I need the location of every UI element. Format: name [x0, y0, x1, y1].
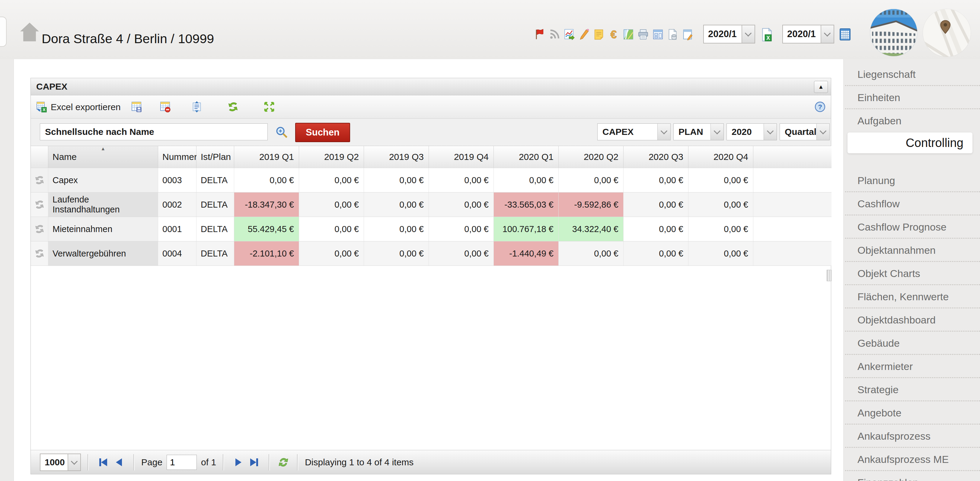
pencil-icon[interactable] [578, 29, 590, 40]
previous-page-button[interactable] [111, 456, 127, 469]
excel-export-label[interactable]: Excel exportieren [51, 102, 121, 112]
cell-value: 0,00 € [558, 241, 624, 265]
panel-collapse-button[interactable]: ▲ [814, 81, 828, 93]
sidebar-item-cashflow[interactable]: Cashflow [845, 192, 980, 216]
column-header-2019q1[interactable]: 2019 Q1 [234, 146, 299, 168]
cell-value: 0,00 € [429, 217, 494, 241]
first-page-button[interactable] [95, 456, 111, 469]
sidebar-item-objektdashboard[interactable]: Objektdashboard [845, 308, 980, 332]
page-size-dropdown-button[interactable] [68, 454, 80, 470]
sidebar-item-finanzzahlen[interactable]: Finanzzahlen [845, 471, 980, 481]
column-header-2019q2[interactable]: 2019 Q2 [299, 146, 364, 168]
last-page-button[interactable] [246, 456, 262, 469]
column-header-name[interactable]: ▲ Name [48, 146, 158, 168]
panel-title: CAPEX [31, 81, 67, 92]
chevron-down-icon [714, 128, 721, 135]
page-size-value: 1000 [40, 454, 68, 470]
period-select-2[interactable]: 2020/1 [782, 25, 834, 43]
sidebar-item-flaechen-kennwerte[interactable]: Flächen, Kennwerte [845, 285, 980, 308]
filter-interval-dropdown-button[interactable] [816, 124, 829, 140]
map-thumbnail[interactable] [923, 9, 970, 57]
sidebar-item-liegenschaft[interactable]: Liegenschaft [845, 63, 980, 86]
document-database-icon[interactable] [667, 29, 679, 40]
table-save-icon[interactable] [130, 101, 142, 113]
filter-select-plan[interactable]: PLAN [673, 124, 724, 140]
map-icon[interactable] [622, 29, 635, 40]
euro-icon[interactable]: € [608, 29, 620, 40]
filter-year-dropdown-button[interactable] [764, 124, 776, 140]
excel-export-icon[interactable]: X [36, 101, 48, 113]
column-header-2020q2[interactable]: 2020 Q2 [558, 146, 624, 168]
cell-value: 0,00 € [429, 241, 494, 265]
transfer-icon[interactable] [227, 101, 239, 113]
sidebar-item-angebote[interactable]: Angebote [845, 401, 980, 425]
sidebar-item-gebaeude[interactable]: Gebäude [845, 332, 980, 355]
column-header-2019q3[interactable]: 2019 Q3 [364, 146, 429, 168]
note-icon[interactable] [593, 29, 605, 40]
sidebar-item-aufgaben[interactable]: Aufgaben [845, 109, 980, 132]
report-icon[interactable] [652, 29, 664, 40]
divider [297, 454, 298, 470]
sort-rows-icon[interactable] [191, 101, 203, 113]
row-transfer-icon[interactable] [33, 175, 46, 186]
sidebar-item-planung[interactable]: Planung [845, 169, 980, 192]
column-header-filler [753, 146, 832, 168]
filter-select-capex[interactable]: CAPEX [597, 124, 671, 140]
column-header-2020q3[interactable]: 2020 Q3 [624, 146, 689, 168]
filter-capex-dropdown-button[interactable] [657, 124, 670, 140]
notepad-edit-icon[interactable] [681, 29, 694, 40]
collapsed-panel-tab[interactable] [0, 17, 6, 47]
sidebar-item-strategie[interactable]: Strategie [845, 378, 980, 401]
sidebar-item-einheiten[interactable]: Einheiten [845, 86, 980, 109]
column-header-actions [31, 146, 48, 168]
sidebar-item-ankaufsprozess-me[interactable]: Ankaufsprozess ME [845, 448, 980, 471]
sidebar-item-ankermieter[interactable]: Ankermieter [845, 355, 980, 378]
next-page-button[interactable] [231, 456, 246, 469]
sidebar-item-objektannahmen[interactable]: Objektannahmen [845, 239, 980, 262]
table-remove-icon[interactable] [159, 101, 171, 113]
sidebar-item-cashflow-prognose[interactable]: Cashflow Prognose [845, 216, 980, 239]
table-body: Capex 0003 DELTA 0,00 € 0,00 € 0,00 € 0,… [31, 168, 831, 266]
expand-icon[interactable] [263, 101, 275, 113]
cell-name: Capex [48, 168, 158, 192]
home-up-icon[interactable] [18, 20, 41, 44]
chart-export-icon[interactable] [563, 29, 575, 40]
search-button[interactable]: Suchen [295, 123, 350, 142]
period-select-2-dropdown-button[interactable] [821, 25, 834, 43]
table-row: Verwaltergebühren 0004 DELTA -2.101,10 €… [31, 241, 832, 266]
column-header-2019q4[interactable]: 2019 Q4 [429, 146, 494, 168]
top-header-bar: Dora Straße 4 / Berlin / 10999 [0, 0, 980, 59]
printer-icon[interactable] [637, 29, 649, 40]
help-icon[interactable]: ? [814, 101, 826, 113]
column-header-2020q1[interactable]: 2020 Q1 [494, 146, 558, 168]
cell-value: 55.429,45 € [234, 217, 299, 241]
panel-resize-grip[interactable] [827, 270, 832, 281]
filter-select-year[interactable]: 2020 [727, 124, 777, 140]
cell-value: 0,00 € [494, 168, 558, 192]
period-select-1-dropdown-button[interactable] [741, 25, 754, 43]
page-number-input[interactable] [167, 455, 197, 470]
column-header-nummer[interactable]: Nummer [158, 146, 196, 168]
filter-select-interval[interactable]: Quartal [780, 124, 830, 140]
search-zoom-icon[interactable] [275, 125, 288, 139]
sidebar-item-objekt-charts[interactable]: Objekt Charts [845, 262, 980, 285]
period-select-1[interactable]: 2020/1 [703, 25, 755, 43]
cell-value: 0,00 € [299, 192, 364, 217]
page-title: Dora Straße 4 / Berlin / 10999 [41, 32, 214, 46]
cell-value: 0,00 € [429, 168, 494, 192]
row-transfer-icon[interactable] [33, 224, 46, 235]
column-header-2020q4[interactable]: 2020 Q4 [689, 146, 753, 168]
filter-plan-dropdown-button[interactable] [711, 124, 724, 140]
page-size-select[interactable]: 1000 [40, 454, 81, 471]
refresh-icon[interactable] [277, 456, 290, 469]
sidebar-active-section-controlling[interactable]: Controlling [848, 132, 972, 153]
column-header-istplan[interactable]: Ist/Plan [196, 146, 234, 168]
excel-document-icon[interactable]: X [759, 27, 775, 43]
row-transfer-icon[interactable] [33, 248, 46, 259]
property-photo-thumbnail[interactable] [870, 9, 917, 56]
sidebar-item-ankaufsprozess[interactable]: Ankaufsprozess [845, 425, 980, 448]
rss-icon[interactable] [549, 29, 560, 40]
search-input[interactable] [40, 124, 268, 140]
flag-icon[interactable] [534, 29, 546, 40]
row-transfer-icon[interactable] [33, 199, 46, 210]
